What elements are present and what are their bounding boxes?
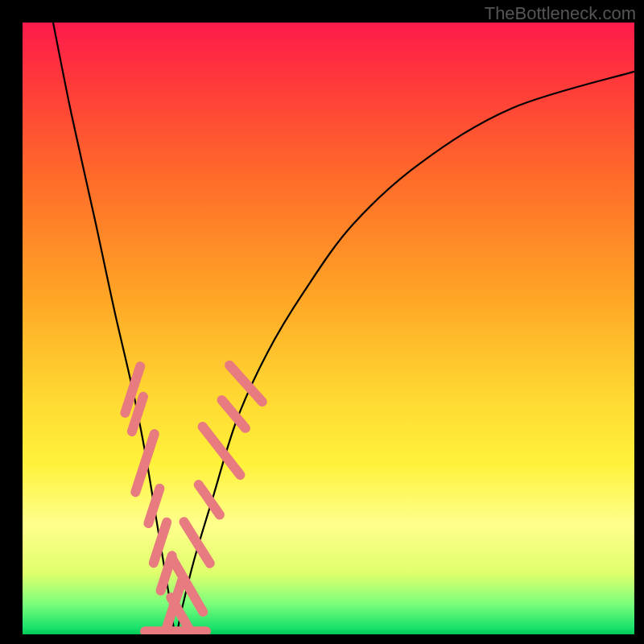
plot-area: [23, 23, 634, 634]
data-point: [192, 478, 226, 522]
bottleneck-curve: [53, 23, 634, 634]
data-point: [196, 420, 247, 482]
data-point: [223, 358, 270, 408]
chart-frame: TheBottleneck.com: [0, 0, 644, 644]
data-point: [140, 626, 211, 634]
data-point-markers: [119, 358, 269, 634]
watermark-text: TheBottleneck.com: [485, 3, 636, 24]
data-point: [177, 515, 217, 570]
curve-overlay: [23, 23, 634, 634]
